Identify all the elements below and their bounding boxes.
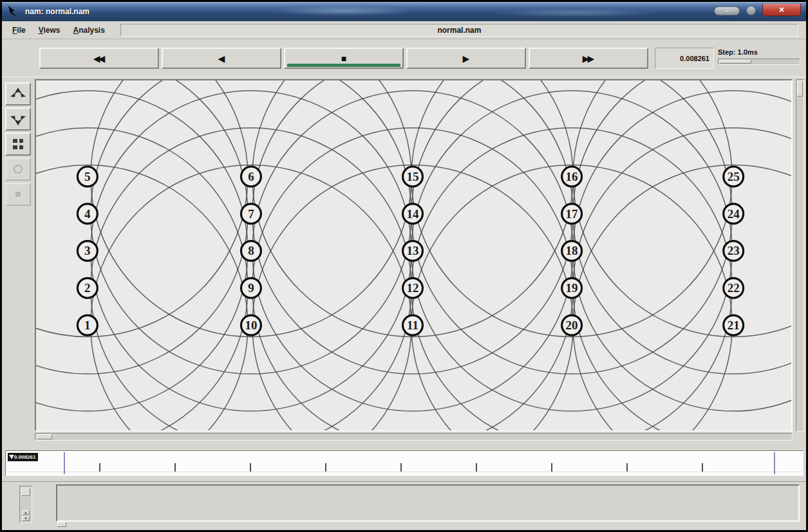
step-label: Step: 1.0ms — [718, 48, 758, 56]
timeline-tick — [551, 463, 552, 472]
node-25[interactable]: 25 — [724, 167, 744, 187]
svg-text:14: 14 — [407, 207, 419, 221]
node-22[interactable]: 22 — [724, 278, 744, 298]
close-button[interactable]: ✕ — [762, 4, 801, 16]
timeline-time-tag[interactable]: 0.008261 — [8, 453, 38, 461]
svg-text:23: 23 — [728, 244, 740, 258]
nam-app-icon — [7, 5, 20, 18]
zoom-out-icon — [8, 111, 28, 127]
timeline-baseline — [6, 472, 803, 472]
menu-bar: File Views Analysis normal.nam — [2, 21, 806, 39]
node-9[interactable]: 9 — [241, 278, 261, 298]
annotation-listbox[interactable] — [56, 484, 800, 522]
node-8[interactable]: 8 — [241, 241, 261, 261]
document-title-strip: normal.nam — [120, 24, 798, 37]
minimize-button[interactable]: – — [714, 6, 740, 15]
topology-canvas-area[interactable]: 5432167891015141312111617181920252423222… — [35, 79, 793, 432]
node-13[interactable]: 13 — [403, 241, 423, 261]
svg-text:19: 19 — [566, 281, 578, 295]
svg-text:9: 9 — [248, 281, 254, 295]
title-bar[interactable]: nam: normal.nam – ✕ — [2, 2, 806, 21]
node-6[interactable]: 6 — [241, 167, 261, 187]
node-18[interactable]: 18 — [562, 241, 582, 261]
node-23[interactable]: 23 — [724, 241, 744, 261]
node-1[interactable]: 1 — [77, 315, 97, 335]
svg-text:5: 5 — [84, 170, 90, 183]
annotation-scrollbar[interactable]: ▲ ▼ — [19, 486, 32, 523]
menu-views[interactable]: Views — [32, 23, 67, 37]
step-slider[interactable] — [718, 59, 800, 65]
node-10[interactable]: 10 — [241, 315, 261, 335]
node-tool-button[interactable] — [5, 158, 31, 181]
node-19[interactable]: 19 — [562, 278, 582, 298]
svg-text:8: 8 — [248, 244, 254, 258]
menu-file[interactable]: File — [6, 23, 32, 37]
zoom-in-button[interactable] — [5, 82, 31, 105]
node-15[interactable]: 15 — [403, 167, 423, 187]
svg-text:2: 2 — [84, 281, 90, 295]
svg-text:4: 4 — [84, 207, 91, 221]
titlebar-gloss — [272, 6, 414, 16]
horizontal-scroll-thumb[interactable] — [37, 434, 52, 439]
svg-text:18: 18 — [566, 244, 578, 258]
window-controls: – ✕ — [714, 4, 801, 16]
fast-forward-button[interactable]: ▶▶ — [529, 48, 648, 69]
timeline-ruler[interactable]: 0.008261 — [5, 450, 803, 476]
node-4[interactable]: 4 — [77, 204, 97, 224]
node-21[interactable]: 21 — [724, 315, 744, 335]
node-24[interactable]: 24 — [724, 204, 744, 224]
edit-tool-button[interactable] — [5, 133, 31, 156]
node-12[interactable]: 12 — [403, 278, 423, 298]
svg-text:12: 12 — [407, 281, 419, 295]
node-20[interactable]: 20 — [562, 315, 582, 335]
node-17[interactable]: 17 — [562, 204, 582, 224]
node-2[interactable]: 2 — [77, 278, 97, 298]
node-14[interactable]: 14 — [403, 204, 423, 224]
menu-analysis[interactable]: Analysis — [67, 23, 111, 37]
zoom-out-button[interactable] — [5, 107, 31, 131]
svg-text:17: 17 — [566, 207, 578, 221]
agent-tool-button[interactable] — [5, 183, 31, 206]
canvas-horizontal-scrollbar[interactable] — [35, 433, 793, 441]
timeline-tick — [174, 463, 176, 472]
transmission-range-circle — [36, 128, 248, 430]
step-slider-thumb[interactable] — [719, 60, 751, 64]
annotation-panel: ▲ ▼ — [2, 481, 806, 528]
rewind-button[interactable]: ◀◀ — [39, 48, 159, 69]
node-7[interactable]: 7 — [241, 204, 261, 224]
stop-button[interactable]: ■ — [284, 48, 404, 69]
timeline-tick — [476, 463, 477, 472]
timeline-end-marker — [774, 452, 775, 474]
document-title: normal.nam — [437, 26, 481, 35]
timeline-tick — [400, 463, 402, 472]
vertical-scroll-thumb[interactable] — [797, 81, 803, 96]
annotation-scroll-thumb[interactable] — [21, 488, 30, 496]
agent-tool-icon — [12, 188, 24, 201]
node-11[interactable]: 11 — [403, 315, 423, 335]
playback-toolbar: ◀◀ ◀ ■ ▶ ▶▶ 0.008261 Step: 1.0ms — [2, 39, 806, 77]
topology-canvas[interactable]: 5432167891015141312111617181920252423222… — [36, 80, 791, 430]
scroll-up-arrow[interactable]: ▲ — [22, 510, 30, 515]
timeline-tick — [626, 463, 628, 472]
step-panel: Step: 1.0ms — [718, 46, 802, 71]
fast-forward-icon: ▶▶ — [583, 53, 595, 64]
svg-text:3: 3 — [84, 244, 90, 258]
canvas-vertical-scrollbar[interactable] — [796, 79, 804, 432]
maximize-button[interactable] — [746, 6, 756, 15]
svg-text:20: 20 — [566, 318, 578, 332]
nam-window: nam: normal.nam – ✕ File Views Analysis … — [2, 2, 806, 530]
scroll-down-arrow[interactable]: ▼ — [22, 516, 30, 521]
timeline-tick — [250, 463, 251, 472]
step-back-button[interactable]: ◀ — [162, 48, 281, 69]
node-16[interactable]: 16 — [562, 167, 582, 187]
node-5[interactable]: 5 — [77, 167, 97, 187]
window-title: nam: normal.nam — [25, 7, 89, 16]
annotation-corner-grip[interactable] — [57, 522, 66, 527]
play-button[interactable]: ▶ — [406, 48, 526, 69]
svg-text:11: 11 — [407, 318, 418, 332]
svg-text:10: 10 — [245, 318, 257, 332]
node-3[interactable]: 3 — [77, 241, 97, 261]
svg-text:13: 13 — [407, 244, 419, 258]
step-back-icon: ◀ — [218, 53, 225, 64]
timeline-tick — [99, 463, 100, 472]
